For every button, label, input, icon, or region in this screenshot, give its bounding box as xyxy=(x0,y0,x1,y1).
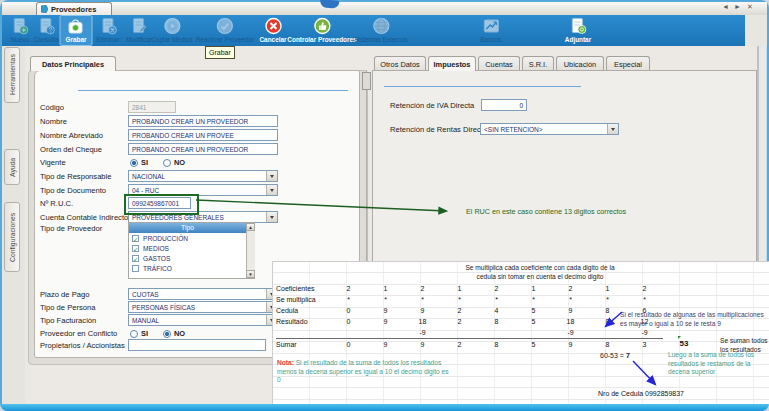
tipo-facturacion-value: MANUAL xyxy=(132,317,159,324)
sidebar-tab-configuraciones[interactable]: Configuraciones xyxy=(4,202,20,272)
resta-label: 60-53 = xyxy=(600,352,626,359)
vigente-radio-no[interactable] xyxy=(163,159,171,167)
nombre-field[interactable]: PROBANDO CREAR UN PROVEEDOR xyxy=(128,115,278,127)
conflicto-radio-no[interactable] xyxy=(163,330,171,338)
row-label-cedula: Cedula xyxy=(276,305,330,316)
multiplication-rule-note: Si el resultado de algunas de las multip… xyxy=(620,311,768,328)
grid-scroll-down-button[interactable]: ▼ xyxy=(246,270,255,278)
tab-impuestos[interactable]: Impuestos xyxy=(428,56,476,71)
toolbar-end-filler xyxy=(745,15,767,46)
vigente-radio-si[interactable] xyxy=(130,159,138,167)
sidebar-tab-ayuda[interactable]: Ayuda xyxy=(4,149,20,185)
cell xyxy=(663,327,705,338)
close-tab-button[interactable]: ✕ xyxy=(747,3,754,11)
tipo-persona-select[interactable]: PERSONAS FÍSICAS xyxy=(128,301,278,313)
cell: * xyxy=(478,294,515,305)
cell xyxy=(663,294,705,305)
retencion-iva-field[interactable]: 0 xyxy=(481,99,527,111)
cell: 9 xyxy=(367,305,404,316)
globe-icon xyxy=(372,17,390,35)
tab-otros-datos[interactable]: Otros Datos xyxy=(374,56,426,71)
toolbar-button-reactivar-proveedor[interactable]: Reactivar Proveedor xyxy=(196,17,254,43)
tipo-responsable-label: Tipo de Responsable xyxy=(40,172,111,181)
toolbar-button-bancos[interactable]: Bancos xyxy=(480,17,501,43)
cell: 8 xyxy=(478,316,515,327)
checkbox-medios[interactable]: ✓ xyxy=(132,245,139,252)
sidebar-tab-herramientas[interactable]: Herramientas xyxy=(4,47,20,103)
tipo-persona-label: Tipo de Persona xyxy=(40,303,95,312)
tab-datos-principales-label: Datos Principales xyxy=(42,60,104,69)
checkbox-gastos[interactable]: ✓ xyxy=(132,255,139,262)
retencion-iva-label: Retención de IVA Directa xyxy=(390,101,474,110)
tab-impuestos-label: Impuestos xyxy=(434,60,471,69)
dropdown-arrow-icon[interactable] xyxy=(607,124,618,134)
panel-splitter-knob[interactable] xyxy=(362,72,371,90)
checkbox-produccion[interactable]: ✓ xyxy=(132,235,139,242)
cell: * xyxy=(441,294,478,305)
cell: 2 xyxy=(441,316,478,327)
toolbar-button-consulta[interactable]: Consulta xyxy=(33,17,58,43)
cell: 2 xyxy=(552,283,589,294)
tab-scroll-left-button[interactable]: ◄ xyxy=(722,3,730,10)
tab-ubicacion[interactable]: Ubicación xyxy=(556,56,604,71)
toolbar-label-sistemas-externos: Sistemas Externos xyxy=(354,36,407,43)
conflicto-radio-si[interactable] xyxy=(130,330,138,338)
plazo-pago-select[interactable]: CUOTAS xyxy=(128,288,278,300)
nota-prefix: Nota: xyxy=(277,359,294,366)
tab-cuentas[interactable]: Cuentas xyxy=(478,56,520,71)
toolbar-button-adjuntar[interactable]: Adjuntar xyxy=(565,17,591,43)
cell: 5 xyxy=(515,316,552,327)
dropdown-arrow-icon[interactable] xyxy=(266,212,277,222)
cell xyxy=(330,327,367,338)
tab-scroll-right-button[interactable]: ► xyxy=(734,3,742,10)
cell xyxy=(441,327,478,338)
tab-sri[interactable]: S.R.I. xyxy=(522,56,554,71)
sum-total-cell: 53 xyxy=(663,338,705,349)
tab-especial-label: Especial xyxy=(614,60,642,69)
cell: 0 xyxy=(330,305,367,316)
toolbar-button-controlar-proveedores[interactable]: Controlar Proveedores xyxy=(287,17,356,43)
cell: * xyxy=(367,294,404,305)
codigo-field[interactable]: 2841 xyxy=(128,101,176,113)
cuenta-contable-label: Cuenta Contable Indirecto xyxy=(40,213,128,222)
row-label-resultado: Resultado xyxy=(276,316,330,327)
ruc-annotation-text: El RUC en este caso contiene 13 digitos … xyxy=(466,207,626,216)
cell: 9 xyxy=(552,338,589,349)
toolbar-button-eliminar[interactable]: Eliminar xyxy=(96,17,119,43)
toolbar-button-grabar[interactable]: Grabar xyxy=(60,15,93,46)
tipo-proveedor-label: Tipo de Proveedor xyxy=(40,224,102,233)
dropdown-arrow-icon[interactable] xyxy=(266,185,277,195)
retencion-rentas-select[interactable]: <SIN RETENCION> xyxy=(480,123,619,135)
grid-scrollbar-track[interactable] xyxy=(246,231,255,271)
tipo-responsable-select[interactable]: NACIONAL xyxy=(128,170,278,182)
cell: 2 xyxy=(478,283,515,294)
dropdown-arrow-icon[interactable] xyxy=(266,171,277,181)
tab-datos-principales[interactable]: Datos Principales xyxy=(30,56,116,71)
cell: 1 xyxy=(589,283,626,294)
plazo-pago-label: Plazo de Pago xyxy=(40,290,89,299)
toolbar-button-nuevo[interactable]: Nuevo xyxy=(11,17,29,43)
tab-proveedores-label: Proveedores xyxy=(51,5,96,14)
luego-note: Luego a la suma de todos los resultados … xyxy=(668,351,764,377)
orden-cheque-field[interactable]: PROBANDO CREAR UN PROVEEDOR xyxy=(128,143,278,155)
propietarios-field[interactable] xyxy=(128,339,266,351)
tipo-facturacion-select[interactable]: MANUAL xyxy=(128,314,278,326)
toolbar-button-cancelar[interactable]: Cancelar xyxy=(260,17,287,43)
nombre-abreviado-field[interactable]: PROBANDO CREAR UN PROVEE xyxy=(128,129,278,141)
tipo-proveedor-grid-header: Tipo xyxy=(129,223,246,233)
tab-sri-label: S.R.I. xyxy=(529,60,547,69)
tab-otros-datos-label: Otros Datos xyxy=(380,60,419,69)
toolbar-button-sistemas-externos[interactable]: Sistemas Externos xyxy=(354,17,407,43)
tab-especial[interactable]: Especial xyxy=(606,56,650,71)
cell: 2 xyxy=(330,283,367,294)
toolbar-button-copiar-medios[interactable]: Copiar Medios xyxy=(151,17,192,43)
grid-scroll-up-button[interactable]: ▲ xyxy=(246,223,255,231)
multiplication-rule-line2: es mayor o igual a 10 se le resta 9 xyxy=(620,320,721,327)
cell: 9 xyxy=(367,316,404,327)
propietarios-label: Propietarios / Accionistas xyxy=(40,341,125,350)
tab-proveedores[interactable]: Proveedores xyxy=(36,2,112,15)
cell: 1 xyxy=(367,283,404,294)
toolbar-button-modificar[interactable]: Modificar xyxy=(126,17,152,43)
ruc-label: Nº R.U.C. xyxy=(40,199,73,208)
checkbox-trafico[interactable] xyxy=(132,265,139,272)
